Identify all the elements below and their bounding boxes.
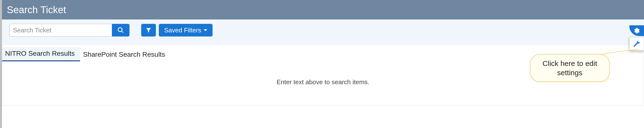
page-title: Search Ticket: [7, 4, 66, 15]
caret-down-icon: [204, 29, 207, 31]
search-icon: [117, 27, 124, 34]
wrench-icon: [633, 40, 640, 48]
hint-callout: Click here to edit settings: [530, 54, 610, 82]
saved-filters-dropdown[interactable]: Saved Filters: [159, 24, 212, 37]
filter-button[interactable]: [141, 24, 156, 37]
edit-settings-button[interactable]: [629, 37, 644, 51]
tab-sharepoint-search-results[interactable]: SharePoint Search Results: [80, 48, 170, 61]
search-group: [9, 24, 130, 37]
toolbar: Saved Filters: [2, 19, 644, 45]
left-scroll-gutter: [0, 0, 2, 128]
svg-line-1: [122, 31, 123, 33]
tab-label: SharePoint Search Results: [83, 51, 165, 58]
tab-nitro-search-results[interactable]: NITRO Search Results: [2, 47, 80, 61]
search-input[interactable]: [9, 24, 112, 37]
page-header: Search Ticket: [2, 0, 644, 19]
gear-icon: [634, 27, 640, 34]
search-button[interactable]: [112, 24, 130, 37]
tab-label: NITRO Search Results: [5, 50, 75, 57]
callout-line2: settings: [542, 68, 597, 77]
callout-line1: Click here to edit: [542, 59, 597, 68]
saved-filters-label: Saved Filters: [164, 27, 201, 34]
filter-icon: [145, 27, 152, 33]
